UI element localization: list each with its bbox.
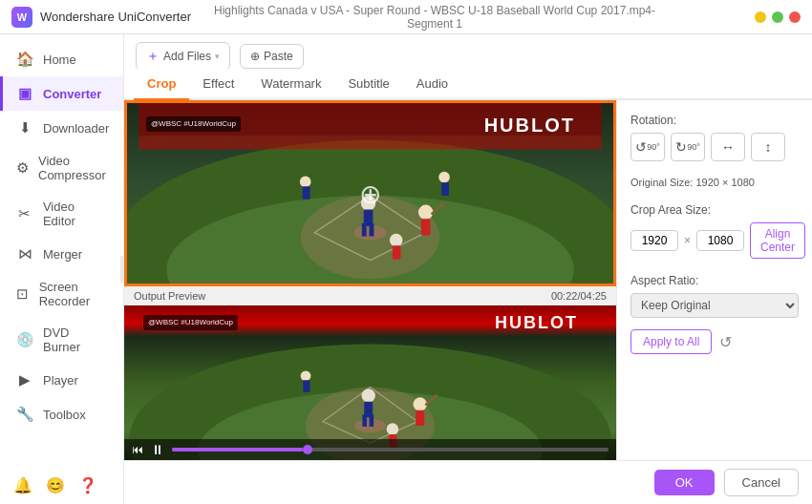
svg-point-11 bbox=[390, 234, 403, 247]
tab-effect[interactable]: Effect bbox=[189, 69, 247, 100]
sidebar-label-merger: Merger bbox=[43, 247, 82, 262]
downloader-icon: ⬇ bbox=[16, 119, 33, 136]
sidebar-bottom: 🔔 😊 ❓ bbox=[0, 467, 123, 504]
account-icon[interactable]: 😊 bbox=[46, 476, 65, 494]
merger-icon: ⋈ bbox=[16, 245, 33, 262]
sidebar-item-dvd-burner[interactable]: 💿 DVD Burner bbox=[0, 317, 123, 363]
help-icon[interactable]: ❓ bbox=[78, 476, 97, 494]
sidebar-item-toolbox[interactable]: 🔧 Toolbox bbox=[0, 397, 123, 431]
apply-all-button[interactable]: Apply to All bbox=[630, 329, 712, 354]
refresh-icon[interactable]: ↺ bbox=[719, 333, 732, 351]
crop-width-input[interactable] bbox=[630, 230, 678, 251]
flip-h-icon: ↔ bbox=[721, 139, 735, 155]
crop-area-section: Crop Area Size: × Align Center bbox=[630, 203, 799, 262]
svg-rect-14 bbox=[303, 186, 310, 200]
sidebar-item-video-editor[interactable]: ✂ Video Editor bbox=[0, 191, 123, 237]
aspect-ratio-select[interactable]: Keep Original bbox=[630, 293, 799, 318]
original-size-value: 1920 × 1080 bbox=[695, 177, 754, 188]
close-button[interactable] bbox=[789, 11, 801, 23]
paste-button[interactable]: ⊕ Paste bbox=[240, 44, 304, 69]
sidebar-item-player[interactable]: ▶ Player bbox=[0, 363, 123, 397]
time-display: 00:22/04:25 bbox=[551, 290, 607, 302]
flip-vertical-button[interactable]: ↕ bbox=[751, 133, 785, 161]
sidebar-label-downloader: Downloader bbox=[43, 121, 109, 136]
compressor-icon: ⚙ bbox=[16, 159, 29, 177]
sidebar-label-compressor: Video Compressor bbox=[38, 154, 110, 182]
rotate-cw-button[interactable]: ↻ 90° bbox=[671, 133, 705, 161]
minimize-button[interactable] bbox=[755, 11, 766, 23]
sidebar-label-screen-recorder: Screen Recorder bbox=[39, 280, 110, 308]
rotation-section: Rotation: ↺ 90° ↻ 90° ↔ bbox=[630, 114, 799, 161]
title-bar-left: W Wondershare UniConverter bbox=[11, 7, 191, 28]
rotate-cw-label: 90° bbox=[687, 142, 700, 152]
edit-body: HUBLOT @WBSC #U18WorldCup ⊕ Output Previ… bbox=[124, 100, 812, 460]
svg-rect-26 bbox=[370, 414, 374, 427]
step-back-icon[interactable]: ⏮ bbox=[132, 443, 143, 456]
sidebar-label-home: Home bbox=[43, 52, 76, 67]
wbsc-badge-bottom: @WBSC #U18WorldCup bbox=[143, 315, 238, 330]
rotate-cw-icon: ↻ bbox=[675, 139, 687, 155]
sidebar-label-player: Player bbox=[43, 373, 78, 388]
sidebar: 🏠 Home ▣ Converter ⬇ Downloader ⚙ Video … bbox=[0, 34, 124, 504]
sidebar-item-home[interactable]: 🏠 Home bbox=[0, 42, 123, 76]
sidebar-label-converter: Converter bbox=[43, 87, 101, 101]
edit-dialog-bottom: OK Cancel bbox=[124, 460, 812, 504]
flip-v-icon: ↕ bbox=[765, 139, 772, 155]
edit-tabs: Crop Effect Watermark Subtitle Audio bbox=[124, 69, 812, 100]
aspect-ratio-label: Aspect Ratio: bbox=[630, 274, 799, 287]
sidebar-item-merger[interactable]: ⋈ Merger bbox=[0, 237, 123, 271]
play-pause-icon[interactable]: ⏸ bbox=[151, 442, 164, 457]
player-icon: ▶ bbox=[16, 371, 33, 388]
rotation-label: Rotation: bbox=[630, 114, 799, 127]
tab-subtitle[interactable]: Subtitle bbox=[334, 69, 402, 100]
rotate-ccw-button[interactable]: ↺ 90° bbox=[630, 133, 665, 161]
sidebar-item-screen-recorder[interactable]: ⊡ Screen Recorder bbox=[0, 271, 123, 317]
tab-crop[interactable]: Crop bbox=[134, 69, 189, 100]
apply-row: Apply to All ↺ bbox=[630, 329, 799, 354]
svg-rect-28 bbox=[416, 410, 424, 426]
crop-area-row: × Align Center bbox=[630, 222, 799, 259]
sidebar-label-editor: Video Editor bbox=[43, 200, 110, 228]
align-center-button[interactable]: Align Center bbox=[750, 222, 805, 259]
hublot-logo: HUBLOT bbox=[484, 115, 575, 136]
svg-point-23 bbox=[362, 388, 375, 402]
add-files-label: Add Files bbox=[163, 50, 211, 63]
svg-point-15 bbox=[438, 172, 450, 183]
add-files-button[interactable]: ＋ Add Files ▾ bbox=[136, 42, 230, 71]
tab-watermark[interactable]: Watermark bbox=[247, 69, 334, 100]
cancel-button[interactable]: Cancel bbox=[724, 469, 799, 496]
app-logo: W bbox=[11, 7, 32, 28]
output-preview-label: Output Preview 00:22/04:25 bbox=[124, 286, 616, 305]
svg-point-32 bbox=[301, 370, 311, 381]
crop-height-input[interactable] bbox=[696, 230, 744, 251]
wbsc-badge: @WBSC #U18WorldCup bbox=[146, 116, 241, 132]
bottom-preview-video: HUBLOT @WBSC #U18WorldCup ⏮ ⏸ bbox=[124, 305, 616, 460]
top-preview-video: HUBLOT @WBSC #U18WorldCup ⊕ bbox=[124, 100, 616, 286]
screen-recorder-icon: ⊡ bbox=[16, 285, 30, 303]
crop-separator: × bbox=[684, 234, 691, 247]
edit-dialog: Crop Effect Watermark Subtitle Audio bbox=[124, 69, 812, 504]
notification-icon[interactable]: 🔔 bbox=[13, 476, 32, 494]
sidebar-item-downloader[interactable]: ⬇ Downloader bbox=[0, 111, 123, 145]
sidebar-item-converter[interactable]: ▣ Converter bbox=[0, 76, 123, 111]
svg-point-30 bbox=[387, 423, 399, 435]
rotate-ccw-label: 90° bbox=[647, 142, 660, 152]
ok-button[interactable]: OK bbox=[654, 470, 715, 495]
original-size-section: Original Size: 1920 × 1080 bbox=[630, 173, 799, 192]
flip-horizontal-button[interactable]: ↔ bbox=[711, 133, 745, 161]
original-size-title: Original Size: bbox=[630, 177, 693, 188]
maximize-button[interactable] bbox=[772, 11, 783, 23]
toolbox-icon: 🔧 bbox=[16, 406, 33, 423]
rotate-ccw-icon: ↺ bbox=[635, 139, 647, 155]
paste-icon: ⊕ bbox=[250, 50, 260, 63]
svg-point-8 bbox=[418, 205, 434, 220]
edit-preview-area: HUBLOT @WBSC #U18WorldCup ⊕ Output Previ… bbox=[124, 100, 616, 460]
progress-bar[interactable] bbox=[172, 448, 609, 452]
svg-rect-25 bbox=[362, 414, 367, 427]
svg-rect-16 bbox=[441, 182, 449, 196]
video-bg-top: HUBLOT @WBSC #U18WorldCup ⊕ bbox=[127, 103, 613, 284]
sidebar-item-video-compressor[interactable]: ⚙ Video Compressor bbox=[0, 145, 123, 191]
svg-rect-12 bbox=[393, 245, 401, 260]
tab-audio[interactable]: Audio bbox=[403, 69, 461, 100]
svg-rect-18 bbox=[139, 136, 602, 150]
